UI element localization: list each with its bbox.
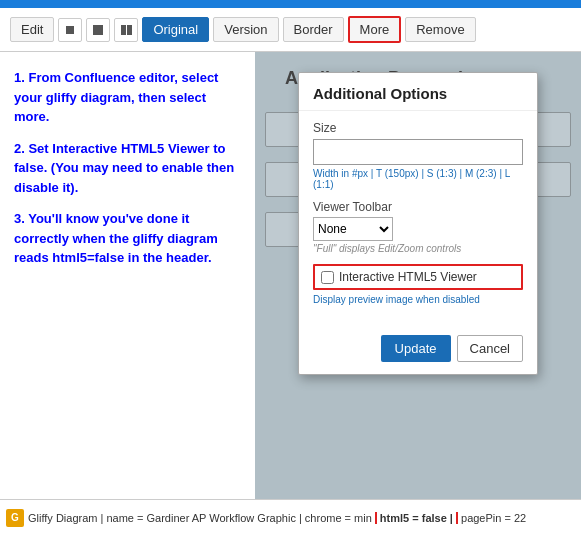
gliffy-icon-label: G bbox=[11, 512, 19, 523]
top-bar bbox=[0, 0, 581, 8]
status-text: Gliffy Diagram | name = Gardiner AP Work… bbox=[28, 512, 575, 524]
step1-text: 1. From Confluence editor, select your g… bbox=[14, 68, 241, 127]
original-button[interactable]: Original bbox=[142, 17, 209, 42]
icon-btn-1[interactable] bbox=[58, 18, 82, 42]
interactive-html5-row: Interactive HTML5 Viewer bbox=[313, 264, 523, 290]
interactive-html5-label: Interactive HTML5 Viewer bbox=[339, 270, 477, 284]
status-suffix: pagePin = 22 bbox=[461, 512, 526, 524]
square-icon-1 bbox=[66, 26, 74, 34]
right-panel: Application Processing Additional Option… bbox=[255, 52, 581, 499]
size-input[interactable] bbox=[313, 139, 523, 165]
step3-text: 3. You'll know you've done it correctly … bbox=[14, 209, 241, 268]
html5-false-badge: html5 = false | bbox=[375, 512, 458, 524]
square-icon-2 bbox=[93, 25, 103, 35]
additional-options-modal: Additional Options Size Width in #px | T… bbox=[298, 72, 538, 375]
more-button[interactable]: More bbox=[348, 16, 402, 43]
border-button[interactable]: Border bbox=[283, 17, 344, 42]
interactive-html5-checkbox[interactable] bbox=[321, 271, 334, 284]
viewer-toolbar-select[interactable]: None Full bbox=[313, 217, 393, 241]
main-content: 1. From Confluence editor, select your g… bbox=[0, 52, 581, 499]
modal-footer: Update Cancel bbox=[299, 329, 537, 374]
step2-text: 2. Set Interactive HTML5 Viewer to false… bbox=[14, 139, 241, 198]
update-button[interactable]: Update bbox=[381, 335, 451, 362]
status-bar: G Gliffy Diagram | name = Gardiner AP Wo… bbox=[0, 499, 581, 535]
modal-title: Additional Options bbox=[299, 73, 537, 111]
left-panel: 1. From Confluence editor, select your g… bbox=[0, 52, 255, 499]
gliffy-icon: G bbox=[6, 509, 24, 527]
edit-button[interactable]: Edit bbox=[10, 17, 54, 42]
size-label: Size bbox=[313, 121, 523, 135]
full-hint: "Full" displays Edit/Zoom controls bbox=[313, 243, 523, 254]
status-prefix: Gliffy Diagram | name = Gardiner AP Work… bbox=[28, 512, 372, 524]
modal-overlay: Additional Options Size Width in #px | T… bbox=[255, 52, 581, 499]
icon-btn-3[interactable] bbox=[114, 18, 138, 42]
viewer-toolbar-label: Viewer Toolbar bbox=[313, 200, 523, 214]
cancel-button[interactable]: Cancel bbox=[457, 335, 523, 362]
version-button[interactable]: Version bbox=[213, 17, 278, 42]
display-preview-hint: Display preview image when disabled bbox=[313, 294, 523, 305]
multi-square-icon bbox=[121, 25, 132, 35]
size-hints: Width in #px | T (150px) | S (1:3) | M (… bbox=[313, 168, 523, 190]
modal-body: Size Width in #px | T (150px) | S (1:3) … bbox=[299, 111, 537, 329]
toolbar: Edit Original Version Border More Remove bbox=[0, 8, 581, 52]
remove-button[interactable]: Remove bbox=[405, 17, 475, 42]
icon-btn-2[interactable] bbox=[86, 18, 110, 42]
